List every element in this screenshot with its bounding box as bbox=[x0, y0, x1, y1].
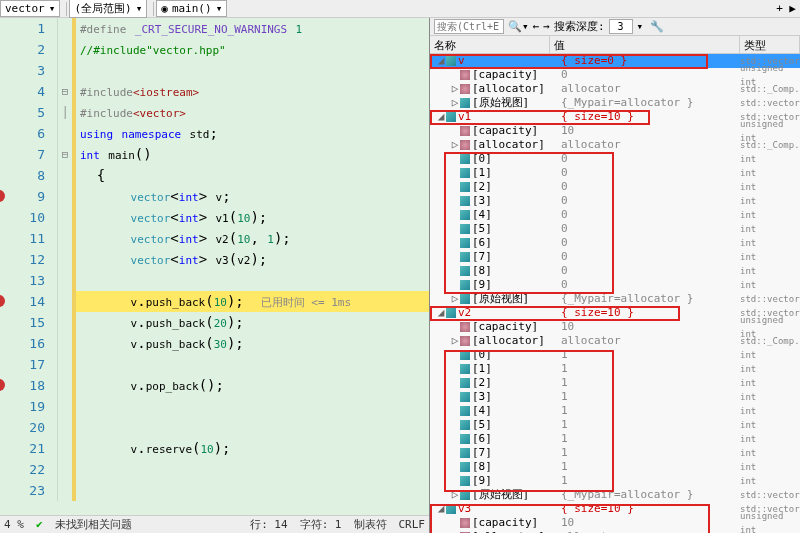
watch-row[interactable]: [4]1int bbox=[430, 404, 800, 418]
watch-row[interactable]: [6]1int bbox=[430, 432, 800, 446]
search-input[interactable] bbox=[434, 19, 504, 34]
cube-icon bbox=[460, 490, 470, 500]
expand-icon[interactable]: ◢ bbox=[436, 306, 446, 320]
cube-icon bbox=[460, 462, 470, 472]
expand-icon[interactable]: ▷ bbox=[450, 292, 460, 306]
expand-icon[interactable]: ◢ bbox=[436, 54, 446, 68]
code-line[interactable]: 20 bbox=[0, 417, 429, 438]
gear-icon bbox=[460, 336, 470, 346]
cube-icon bbox=[460, 224, 470, 234]
watch-row[interactable]: ▷[allocator]allocatorstd::_Comp... bbox=[430, 334, 800, 348]
code-line[interactable]: 9 vector<int> v; bbox=[0, 186, 429, 207]
watch-row[interactable]: ▷[原始视图]{_Mypair=allocator }std::vector..… bbox=[430, 292, 800, 306]
code-line[interactable]: 16 v.push_back(30); bbox=[0, 333, 429, 354]
code-editor[interactable]: 1#define _CRT_SECURE_NO_WARNINGS 12//#in… bbox=[0, 18, 429, 515]
expand-icon[interactable]: ▷ bbox=[450, 488, 460, 502]
function-combo[interactable]: ◉main()▾ bbox=[156, 0, 227, 17]
cube-icon bbox=[460, 294, 470, 304]
code-line[interactable]: 5│#include<vector> bbox=[0, 102, 429, 123]
code-line[interactable]: 12 vector<int> v3(v2); bbox=[0, 249, 429, 270]
code-line[interactable]: 7⊟int main() bbox=[0, 144, 429, 165]
back-icon[interactable]: ← bbox=[533, 20, 540, 33]
code-line[interactable]: 19 bbox=[0, 396, 429, 417]
watch-row[interactable]: [8]0int bbox=[430, 264, 800, 278]
watch-row[interactable]: ▷[原始视图]{_Mypair=allocator }std::vector..… bbox=[430, 488, 800, 502]
forward-icon[interactable]: → bbox=[543, 20, 550, 33]
watch-row[interactable]: ▷[allocator]allocatorstd::_Comp... bbox=[430, 138, 800, 152]
expand-icon[interactable]: ▷ bbox=[450, 96, 460, 110]
watch-row[interactable]: [9]1int bbox=[430, 474, 800, 488]
code-line[interactable]: 8 { bbox=[0, 165, 429, 186]
watch-row[interactable]: [7]0int bbox=[430, 250, 800, 264]
code-line[interactable]: 3 bbox=[0, 60, 429, 81]
code-line[interactable]: 21 v.reserve(10); bbox=[0, 438, 429, 459]
code-line[interactable]: 4⊟#include<iostream> bbox=[0, 81, 429, 102]
watch-row[interactable]: [8]1int bbox=[430, 460, 800, 474]
watch-toolbar: 🔍▾ ← → 搜索深度: ▾ 🔧 bbox=[430, 18, 800, 36]
watch-row[interactable]: ▷[原始视图]{_Mypair=allocator }std::vector..… bbox=[430, 96, 800, 110]
status-bar: 4 % ✔ 未找到相关问题 行: 14 字符: 1 制表符 CRLF bbox=[0, 515, 429, 533]
watch-row[interactable]: [9]0int bbox=[430, 278, 800, 292]
expand-icon[interactable]: ◢ bbox=[436, 502, 446, 516]
cube-icon bbox=[460, 210, 470, 220]
cube-icon bbox=[460, 98, 470, 108]
expand-icon[interactable]: ▷ bbox=[450, 138, 460, 152]
watch-row[interactable]: [3]0int bbox=[430, 194, 800, 208]
watch-row[interactable]: [0]1int bbox=[430, 348, 800, 362]
cube-icon bbox=[446, 308, 456, 318]
depth-input[interactable] bbox=[609, 19, 633, 34]
code-line[interactable]: 13 bbox=[0, 270, 429, 291]
gear-icon bbox=[460, 322, 470, 332]
code-line[interactable]: 2//#include"vector.hpp" bbox=[0, 39, 429, 60]
watch-row[interactable]: [1]1int bbox=[430, 362, 800, 376]
cube-icon bbox=[460, 154, 470, 164]
cube-icon bbox=[460, 238, 470, 248]
cube-icon bbox=[446, 112, 456, 122]
search-icon[interactable]: 🔍▾ bbox=[508, 20, 529, 33]
scope-combo[interactable]: vector▾ bbox=[0, 0, 60, 17]
scope-global-combo[interactable]: (全局范围)▾ bbox=[69, 0, 147, 18]
watch-row[interactable]: [7]1int bbox=[430, 446, 800, 460]
code-line[interactable]: 15 v.push_back(20); bbox=[0, 312, 429, 333]
watch-row[interactable]: [5]0int bbox=[430, 222, 800, 236]
expand-icon[interactable]: ◢ bbox=[436, 110, 446, 124]
watch-row[interactable]: [capacity]0unsigned int bbox=[430, 68, 800, 82]
cube-icon bbox=[460, 266, 470, 276]
watch-row[interactable]: [capacity]10unsigned int bbox=[430, 516, 800, 530]
watch-tree[interactable]: ◢v{ size=0 }std::vector...[capacity]0uns… bbox=[430, 54, 800, 533]
breakpoint-icon[interactable] bbox=[0, 379, 5, 391]
cube-icon bbox=[460, 392, 470, 402]
code-line[interactable]: 18 v.pop_back(); bbox=[0, 375, 429, 396]
cube-icon bbox=[460, 406, 470, 416]
watch-row[interactable]: [1]0int bbox=[430, 166, 800, 180]
watch-row[interactable]: [4]0int bbox=[430, 208, 800, 222]
watch-row[interactable]: ▷[allocator]allocatorstd::_Comp... bbox=[430, 82, 800, 96]
code-line[interactable]: 14 v.push_back(10); 已用时间 <= 1ms bbox=[0, 291, 429, 312]
breakpoint-icon[interactable] bbox=[0, 295, 5, 307]
expand-icon[interactable]: ▷ bbox=[450, 334, 460, 348]
cube-icon bbox=[446, 504, 456, 514]
code-line[interactable]: 23 bbox=[0, 480, 429, 501]
cube-icon bbox=[460, 476, 470, 486]
code-line[interactable]: 17 bbox=[0, 354, 429, 375]
watch-row[interactable]: [2]1int bbox=[430, 376, 800, 390]
code-line[interactable]: 10 vector<int> v1(10); bbox=[0, 207, 429, 228]
code-line[interactable]: 11 vector<int> v2(10, 1); bbox=[0, 228, 429, 249]
cube-icon bbox=[460, 168, 470, 178]
breakpoint-icon[interactable] bbox=[0, 190, 5, 202]
code-line[interactable]: 6using namespace std; bbox=[0, 123, 429, 144]
watch-row[interactable]: [5]1int bbox=[430, 418, 800, 432]
watch-row[interactable]: [0]0int bbox=[430, 152, 800, 166]
expand-icon[interactable]: ▷ bbox=[450, 82, 460, 96]
watch-row[interactable]: [6]0int bbox=[430, 236, 800, 250]
chevron-down-icon: ▾ bbox=[49, 2, 56, 15]
cube-icon bbox=[460, 378, 470, 388]
watch-row[interactable]: [capacity]10unsigned int bbox=[430, 124, 800, 138]
watch-row[interactable]: [capacity]10unsigned int bbox=[430, 320, 800, 334]
watch-row[interactable]: [2]0int bbox=[430, 180, 800, 194]
code-line[interactable]: 22 bbox=[0, 459, 429, 480]
filter-icon[interactable]: ▾ 🔧 bbox=[637, 20, 664, 33]
code-line[interactable]: 1#define _CRT_SECURE_NO_WARNINGS 1 bbox=[0, 18, 429, 39]
watch-row[interactable]: [3]1int bbox=[430, 390, 800, 404]
nav-buttons[interactable]: + ▶ bbox=[776, 2, 800, 15]
